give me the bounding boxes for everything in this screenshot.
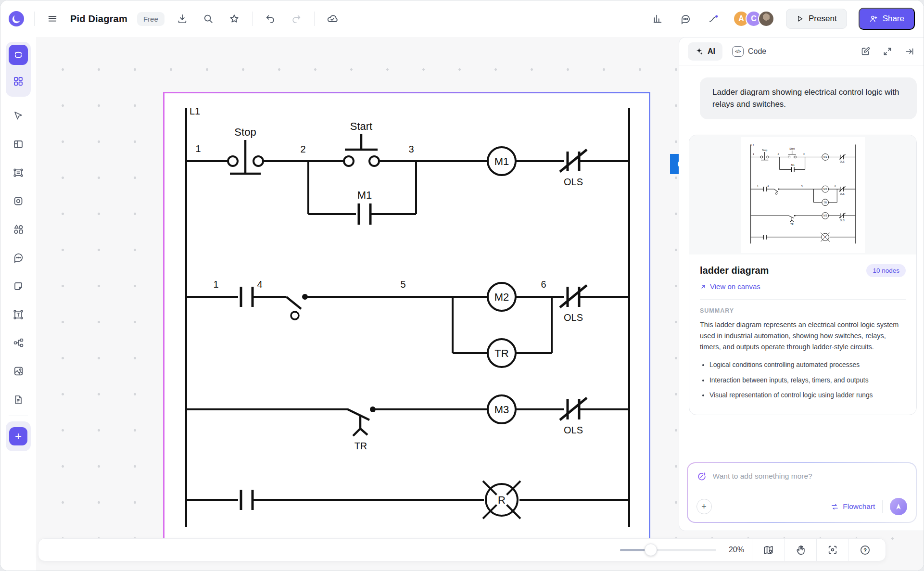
user-message-bubble: Ladder diagram showing electrical contro… xyxy=(700,77,917,119)
ladder-diagram[interactable]: M1 L1 Stop Start 1 2 3 M1 OLS xyxy=(165,93,649,543)
view-link-label: View on canvas xyxy=(710,282,760,291)
svg-text:1: 1 xyxy=(757,185,759,187)
sparkle-icon xyxy=(695,47,703,55)
cloud-sync-button[interactable] xyxy=(324,11,341,27)
favorite-button[interactable] xyxy=(226,11,242,27)
play-icon xyxy=(796,15,804,23)
diagram-thumbnail-area[interactable]: M1 L1 Stop Start 1 2 3 M1 OLS xyxy=(689,135,916,254)
svg-text:2: 2 xyxy=(778,153,779,155)
avatar-photo[interactable] xyxy=(758,11,774,27)
document-icon xyxy=(13,394,24,406)
svg-text:TR: TR xyxy=(354,441,367,451)
expand-panel-button[interactable] xyxy=(881,45,894,58)
add-tool-group: + xyxy=(6,421,31,451)
app-logo[interactable] xyxy=(8,11,25,27)
help-button[interactable]: ? xyxy=(849,545,881,556)
rung-1: M1 L1 Stop Start 1 2 3 M1 OLS xyxy=(751,144,856,172)
main-menu-button[interactable] xyxy=(44,11,61,27)
tab-ai-label: AI xyxy=(708,47,715,56)
top-toolbar: Pid Diagram Free xyxy=(0,0,924,37)
ai-shapes-tool-active[interactable] xyxy=(9,45,28,65)
svg-text:Stop: Stop xyxy=(234,126,256,138)
svg-text:6: 6 xyxy=(541,279,546,290)
svg-text:L1: L1 xyxy=(751,144,754,146)
selected-diagram-container[interactable]: M1 L1 Stop Start 1 2 3 M1 OLS xyxy=(165,93,649,543)
sidebar-divider xyxy=(9,416,28,416)
connector-icon xyxy=(13,337,25,349)
tab-code[interactable]: </> Code xyxy=(729,46,769,57)
zoom-slider[interactable] xyxy=(620,549,716,551)
tab-ai[interactable]: AI xyxy=(688,42,722,61)
connector-tool[interactable] xyxy=(0,329,36,357)
rung-3: M3 TR OLS xyxy=(751,212,856,225)
attach-button[interactable]: + xyxy=(696,499,712,514)
conversation-area[interactable]: Ladder diagram showing electrical contro… xyxy=(679,66,924,456)
svg-text:4: 4 xyxy=(257,279,262,290)
svg-text:TR: TR xyxy=(790,223,794,226)
m1-seal-contact xyxy=(791,167,794,172)
share-label: Share xyxy=(883,14,904,24)
frame-tool[interactable] xyxy=(0,130,36,158)
select-tool[interactable] xyxy=(0,102,36,130)
tr-timed-contact xyxy=(789,215,796,222)
svg-text:OLS: OLS xyxy=(564,425,583,435)
present-button[interactable]: Present xyxy=(786,9,847,29)
summary-bullet: Logical conditions controlling automated… xyxy=(709,360,906,370)
shape-library-tool[interactable] xyxy=(9,70,28,93)
plan-badge[interactable]: Free xyxy=(137,12,165,26)
left-toolbar: + xyxy=(0,37,36,571)
view-on-canvas-link[interactable]: View on canvas xyxy=(700,282,906,291)
text-frame-icon xyxy=(12,166,25,179)
text-tool[interactable] xyxy=(0,300,36,329)
svg-text:M3: M3 xyxy=(823,214,827,217)
download-button[interactable] xyxy=(174,11,190,27)
collapse-panel-button[interactable] xyxy=(903,45,916,58)
svg-text:M2: M2 xyxy=(823,188,827,190)
stats-icon xyxy=(652,13,663,24)
zoom-slider-thumb[interactable] xyxy=(645,544,657,556)
comments-icon xyxy=(680,13,691,25)
undo-button[interactable] xyxy=(262,11,278,27)
laser-pointer-icon xyxy=(708,13,719,25)
svg-text:OLS: OLS xyxy=(840,219,844,222)
m2-coil: M2 xyxy=(822,186,829,192)
pointer-follow-button[interactable] xyxy=(705,11,721,27)
tr-coil: TR xyxy=(822,199,829,206)
diagram-thumbnail[interactable]: M1 L1 Stop Start 1 2 3 M1 OLS xyxy=(741,137,865,253)
text-icon xyxy=(12,308,25,321)
document-title[interactable]: Pid Diagram xyxy=(70,13,127,25)
svg-text:M1: M1 xyxy=(357,189,372,201)
send-button[interactable] xyxy=(890,498,907,515)
m3-coil: M3 xyxy=(488,395,516,423)
comments-button[interactable] xyxy=(677,11,694,27)
stats-button[interactable] xyxy=(649,11,666,27)
svg-text:Start: Start xyxy=(350,120,372,132)
fit-to-screen-button[interactable] xyxy=(817,545,848,555)
download-icon xyxy=(177,13,188,24)
redo-button[interactable] xyxy=(288,11,304,27)
card-divider xyxy=(700,299,906,300)
timed-switch-open xyxy=(286,294,308,319)
hamburger-icon xyxy=(47,13,58,24)
pan-button[interactable] xyxy=(785,545,816,556)
add-button[interactable]: + xyxy=(9,427,27,445)
minimap-button[interactable] xyxy=(752,545,784,556)
edit-prompt-button[interactable] xyxy=(859,45,872,58)
collaborator-avatars: A C xyxy=(733,11,774,27)
stop-pushbutton xyxy=(760,152,769,160)
search-button[interactable] xyxy=(200,11,216,27)
m1-seal-contact xyxy=(359,203,370,225)
record-tool[interactable] xyxy=(0,187,36,215)
ai-shapes-icon xyxy=(13,49,24,61)
shapes-tool[interactable] xyxy=(0,215,36,243)
mode-flowchart-button[interactable]: Flowchart xyxy=(831,502,875,511)
sticky-note-tool[interactable] xyxy=(0,272,36,300)
text-box-tool[interactable] xyxy=(0,158,36,187)
share-button[interactable]: Share xyxy=(859,8,915,30)
comment-tool[interactable] xyxy=(0,243,36,272)
document-tool[interactable] xyxy=(0,385,36,414)
m2-coil: M2 xyxy=(488,283,516,311)
composer-input[interactable] xyxy=(713,472,908,481)
m1-coil: M1 xyxy=(822,153,829,160)
image-tool[interactable] xyxy=(0,357,36,385)
